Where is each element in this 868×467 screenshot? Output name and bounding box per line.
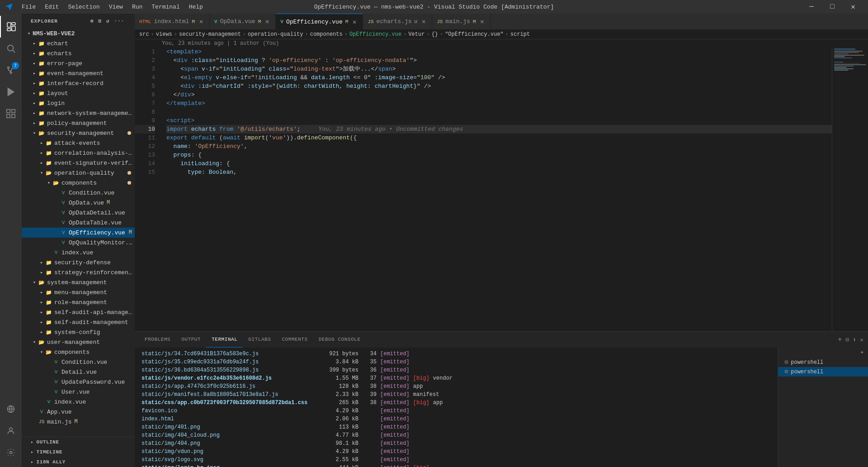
sidebar-item-strategy-reinforcement[interactable]: ▸ 📁 strategy-reinforcement-suggestions bbox=[22, 267, 135, 277]
new-file-icon[interactable]: ⊕ bbox=[89, 17, 95, 25]
sidebar-item-role-management[interactable]: ▸ 📁 role-management bbox=[22, 297, 135, 307]
sidebar-item-self-audit-api[interactable]: ▸ 📁 self-audit-api-management bbox=[22, 307, 135, 317]
sidebar-item-echarts[interactable]: ▸ 📁 echarts bbox=[22, 48, 135, 58]
source-control-activity-icon[interactable]: 7 bbox=[0, 59, 22, 81]
sidebar-item-opqualitymonitor-vue[interactable]: ▸ V OpQualityMonitor.vue bbox=[22, 238, 135, 248]
sidebar-item-detail-vue[interactable]: ▸ V Detail.vue bbox=[22, 367, 135, 377]
sidebar-item-condition-vue-user[interactable]: ▸ V Condition.vue bbox=[22, 357, 135, 367]
terminal-content[interactable]: static/js/34.7cd69431B1376a583e9c.js 921… bbox=[135, 348, 778, 467]
root-folder-item[interactable]: ▾ NMS-WEB-VUE2 bbox=[22, 29, 135, 38]
sidebar-item-system-config[interactable]: ▸ 📁 system-config bbox=[22, 327, 135, 337]
menu-view[interactable]: View bbox=[104, 3, 127, 11]
breadcrumb-operation-quality[interactable]: operation-quality bbox=[248, 31, 303, 38]
explorer-activity-icon[interactable] bbox=[0, 16, 22, 38]
sidebar-item-security-management[interactable]: ▾ 📂 security-management bbox=[22, 128, 135, 138]
menu-terminal[interactable]: Terminal bbox=[147, 3, 184, 11]
menu-edit[interactable]: Edit bbox=[40, 3, 63, 11]
i18n-ally-section[interactable]: ▸ I18N ALLY bbox=[22, 457, 135, 467]
tab-close-button[interactable]: ✕ bbox=[198, 18, 205, 25]
tab-opdata-vue[interactable]: V OpData.vue M ✕ bbox=[210, 14, 276, 29]
powershell-2-item[interactable]: ⊡ powershell bbox=[778, 367, 868, 376]
breadcrumb-components[interactable]: components bbox=[310, 31, 343, 38]
outline-section[interactable]: ▸ OUTLINE bbox=[22, 437, 135, 447]
sidebar-item-condition-vue[interactable]: ▸ V Condition.vue bbox=[22, 188, 135, 198]
sidebar-item-app-vue[interactable]: ▸ V App.vue bbox=[22, 407, 135, 417]
tab-close-button[interactable]: ✕ bbox=[351, 18, 358, 25]
tab-close-button[interactable]: ✕ bbox=[420, 18, 427, 25]
sidebar-item-user-management[interactable]: ▾ 📂 user-management bbox=[22, 337, 135, 347]
panel-tab-terminal[interactable]: TERMINAL bbox=[206, 332, 243, 348]
sidebar-item-self-audit-management[interactable]: ▸ 📁 self-audit-management bbox=[22, 317, 135, 327]
sidebar-item-interface-record[interactable]: ▸ 📁 interface-record bbox=[22, 78, 135, 88]
sidebar-item-attack-events[interactable]: ▸ 📁 attack-events bbox=[22, 138, 135, 148]
sidebar-item-system-management[interactable]: ▾ 📂 system-management bbox=[22, 277, 135, 287]
panel-tab-gitlabs[interactable]: GITLABS bbox=[243, 332, 276, 348]
tab-close-button[interactable]: ✕ bbox=[479, 18, 486, 25]
sidebar-item-user-vue[interactable]: ▸ V User.vue bbox=[22, 387, 135, 397]
sidebar-item-correlation-analysis-event[interactable]: ▸ 📁 correlation-analysis-event bbox=[22, 148, 135, 158]
tab-close-button[interactable]: ✕ bbox=[264, 18, 271, 25]
sidebar-item-menu-management[interactable]: ▸ 📁 menu-management bbox=[22, 287, 135, 297]
sidebar-item-echart[interactable]: ▸ 📁 echart bbox=[22, 38, 135, 48]
tab-main-js[interactable]: JS main.js M ✕ bbox=[432, 14, 491, 29]
powershell-1-item[interactable]: ⊡ powershell bbox=[778, 357, 868, 367]
run-debug-activity-icon[interactable] bbox=[0, 81, 22, 103]
tab-index-html[interactable]: HTML index.html M ✕ bbox=[135, 14, 210, 29]
sidebar-item-main-js[interactable]: ▸ JS main.js M bbox=[22, 417, 135, 427]
menu-help[interactable]: Help bbox=[184, 3, 208, 11]
menu-file[interactable]: File bbox=[17, 3, 40, 11]
panel-tab-debug-console[interactable]: DEBUG CONSOLE bbox=[313, 332, 366, 348]
tab-opefficiency-vue[interactable]: V OpEfficiency.vue M ✕ bbox=[276, 14, 363, 29]
breadcrumb-src[interactable]: src bbox=[139, 31, 149, 38]
sidebar-item-updatepassword-vue[interactable]: ▸ V UpdatePassword.vue bbox=[22, 377, 135, 387]
panel-tab-output[interactable]: OUTPUT bbox=[176, 332, 206, 348]
sidebar-content[interactable]: ▾ NMS-WEB-VUE2 ▸ 📁 echart ▸ 📁 echarts ▸ … bbox=[22, 29, 135, 437]
sidebar-item-error-page[interactable]: ▸ 📁 error-page bbox=[22, 58, 135, 68]
settings-activity-icon[interactable] bbox=[0, 442, 22, 463]
breadcrumb-component-name[interactable]: "OpEfficiency.vue" bbox=[445, 31, 504, 38]
sidebar-item-event-management[interactable]: ▸ 📁 event-management bbox=[22, 68, 135, 78]
close-button[interactable]: ✕ bbox=[843, 0, 863, 14]
sidebar-item-components-user[interactable]: ▾ 📂 components bbox=[22, 347, 135, 357]
new-folder-icon[interactable]: ⊞ bbox=[97, 17, 104, 25]
minimize-button[interactable]: ─ bbox=[801, 0, 822, 14]
sidebar-item-policy-management[interactable]: ▸ 📁 policy-management bbox=[22, 118, 135, 128]
breadcrumb-script[interactable]: script bbox=[510, 31, 530, 38]
account-activity-icon[interactable] bbox=[0, 420, 22, 442]
breadcrumb-obj[interactable]: {} bbox=[432, 31, 438, 38]
sidebar-item-index-vue-opq[interactable]: ▸ V index.vue bbox=[22, 248, 135, 257]
sidebar-item-security-defense[interactable]: ▸ 📁 security-defense bbox=[22, 257, 135, 267]
search-activity-icon[interactable] bbox=[0, 38, 22, 59]
more-icon[interactable]: ··· bbox=[113, 17, 126, 25]
breadcrumb-file[interactable]: OpEfficiency.vue bbox=[349, 31, 401, 38]
breadcrumb-security-management[interactable]: security-management bbox=[179, 31, 241, 38]
menu-selection[interactable]: Selection bbox=[63, 3, 104, 11]
add-terminal-button[interactable]: + bbox=[860, 350, 863, 355]
split-terminal-icon[interactable]: ⊟ bbox=[846, 336, 849, 343]
breadcrumb-views[interactable]: views bbox=[156, 31, 172, 38]
sidebar-item-opdatadetail-vue[interactable]: ▸ V OpDataDetail.vue bbox=[22, 208, 135, 218]
sidebar-item-layout[interactable]: ▸ 📁 layout bbox=[22, 88, 135, 98]
sidebar-item-network-system-management[interactable]: ▸ 📁 network-system-management bbox=[22, 108, 135, 118]
timeline-section[interactable]: ▸ TIMELINE bbox=[22, 447, 135, 457]
refresh-icon[interactable]: ↺ bbox=[105, 17, 111, 25]
sidebar-item-components[interactable]: ▾ 📂 components bbox=[22, 178, 135, 188]
menu-run[interactable]: Run bbox=[127, 3, 147, 11]
sidebar-item-operation-quality[interactable]: ▾ 📂 operation-quality bbox=[22, 168, 135, 178]
panel-tab-comments[interactable]: COMMENTS bbox=[276, 332, 313, 348]
sidebar-item-opefficiency-vue[interactable]: ▸ V OpEfficiency.vue M bbox=[22, 228, 135, 238]
maximize-panel-icon[interactable]: ⬆ bbox=[853, 336, 856, 343]
breadcrumb-vetur[interactable]: Vetur bbox=[408, 31, 425, 38]
tab-echarts-js[interactable]: JS echarts.js U ✕ bbox=[363, 14, 432, 29]
sidebar-item-index-vue-user[interactable]: ▸ V index.vue bbox=[22, 397, 135, 407]
sidebar-item-opdata-vue[interactable]: ▸ V OpData.vue M bbox=[22, 198, 135, 208]
minimap[interactable] bbox=[832, 48, 868, 331]
add-terminal-icon[interactable]: + bbox=[838, 336, 842, 344]
panel-tab-problems[interactable]: PROBLEMS bbox=[139, 332, 176, 348]
extensions-activity-icon[interactable] bbox=[0, 103, 22, 124]
code-content[interactable]: <template> <div :class="initLoading ? 'o… bbox=[160, 48, 832, 331]
close-panel-icon[interactable]: ✕ bbox=[860, 336, 863, 343]
sidebar-item-login[interactable]: ▸ 📁 login bbox=[22, 98, 135, 108]
sidebar-item-opdatatable-vue[interactable]: ▸ V OpDataTable.vue bbox=[22, 218, 135, 228]
remote-activity-icon[interactable] bbox=[0, 398, 22, 420]
